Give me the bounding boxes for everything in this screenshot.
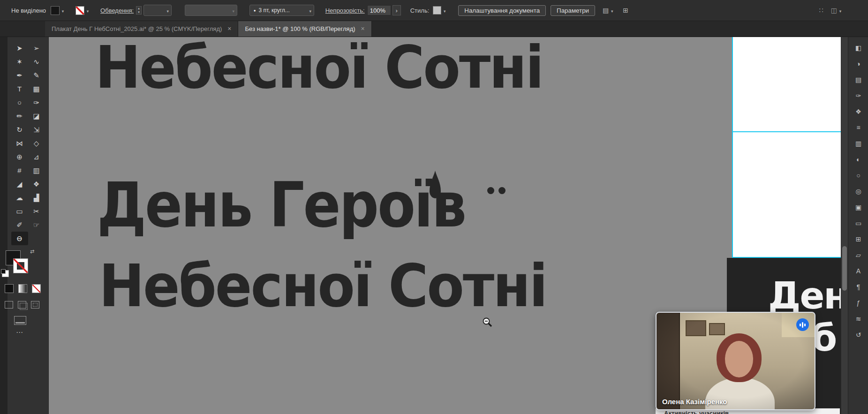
width-tool[interactable]: ⋈ [11,136,28,150]
zoom-tool[interactable]: ⊖ [11,232,28,245]
symbols-panel-icon[interactable]: ❖ [853,107,864,116]
webcam-tile[interactable]: Олена Казіміренко [656,312,815,410]
blend-tool[interactable]: ❖ [28,177,45,191]
artboard-white[interactable] [732,37,841,258]
stroke-chevron-icon[interactable] [84,7,91,14]
app-grid-icon[interactable]: ∷ [819,7,823,14]
paragraph-panel-icon[interactable]: ¶ [853,282,864,292]
capture-icon[interactable]: ⊞ [623,7,628,14]
perspective-grid-tool[interactable]: ⊿ [28,150,45,164]
document-tab[interactable]: Плакат День Г НебСотні_2025.ai* @ 25 % (… [45,21,238,37]
magic-wand-tool[interactable]: ✶ [11,55,28,68]
appearance-panel-icon[interactable]: ○ [853,171,864,180]
transparency-panel-icon[interactable]: ◐ [853,155,864,164]
tool-glyph: ⇲ [33,126,39,134]
stroke-panel-icon[interactable]: ≡ [853,123,864,132]
glyphs-panel-icon[interactable]: ≋ [853,314,864,324]
document-tab[interactable]: Без назви-1* @ 100 % (RGB/Перегляд) × [238,21,371,37]
curvature-tool[interactable]: ✎ [28,68,45,82]
hand-tool[interactable]: ☞ [28,218,45,232]
gradient-panel-icon[interactable]: ▥ [853,139,864,148]
opacity-input[interactable]: 100% [367,5,391,15]
free-transform-tool[interactable]: ◇ [28,136,45,150]
draw-inside-icon[interactable] [31,301,39,309]
none-button[interactable] [32,284,41,293]
stepper-up-icon[interactable] [136,7,141,10]
character-panel-icon[interactable]: A [853,266,864,276]
artboard-preview-text[interactable]: Ден [768,275,841,317]
mesh-tool[interactable]: # [11,164,28,177]
opacity-link[interactable]: Непрозорість: [325,7,365,14]
dot-graphic[interactable] [498,187,506,194]
dot-graphic[interactable] [487,187,494,194]
graphic-styles-panel-icon[interactable]: ◎ [853,187,864,196]
style-chevron-icon[interactable] [441,7,448,14]
color-guide-panel-icon[interactable]: ◑ [853,59,864,68]
opacity-more-button[interactable]: › [392,5,401,15]
tool-glyph: ✎ [33,71,39,80]
direct-selection-tool[interactable]: ➢ [28,41,45,55]
shaper-tool[interactable]: ✏ [11,109,28,123]
fill-chevron-icon[interactable] [60,7,66,14]
ellipse-tool[interactable]: ○ [11,96,28,109]
screen-mode-icon[interactable] [14,316,26,325]
paintbrush-tool[interactable]: ✑ [28,96,45,109]
color-button[interactable] [5,284,14,293]
audio-indicator-icon[interactable] [796,318,809,331]
symbol-sprayer-tool[interactable]: ☁ [11,191,28,204]
pathfinder-panel-icon[interactable]: ▱ [853,250,864,260]
column-graph-tool[interactable]: ▟ [28,191,45,204]
tab-close-icon[interactable]: × [227,25,231,32]
stroke-none-swatch[interactable] [13,258,28,273]
swap-fill-stroke-icon[interactable]: ⇄ [30,248,34,255]
style-swatch[interactable] [433,6,441,15]
stroke-weight-dropdown[interactable] [143,5,172,16]
layers-panel-icon[interactable]: ▣ [853,203,864,212]
workspace-icon[interactable]: ◫ [831,7,844,14]
artboards-panel-icon[interactable]: ▭ [853,218,864,228]
slice-tool[interactable]: ✂ [28,204,45,218]
lasso-tool[interactable]: ∿ [28,55,45,68]
gradient-tool[interactable]: ▥ [28,164,45,177]
scrollbar-thumb[interactable] [842,246,847,291]
history-panel-icon[interactable]: ↺ [853,330,864,339]
webcam-vignette [657,313,815,409]
stroke-weight-stepper[interactable] [136,6,142,15]
vertical-scrollbar[interactable] [841,37,848,414]
gradient-button[interactable] [18,284,27,293]
smooth-tool[interactable]: ✐ [11,218,28,232]
draw-behind-icon[interactable] [18,301,26,309]
artwork-line-middle[interactable]: День Героїв [97,169,465,241]
scale-tool[interactable]: ⇲ [28,123,45,136]
brush-definition-dropdown[interactable]: ● 3 пт, кругл... [249,5,314,16]
draw-normal-icon[interactable] [5,301,13,309]
fill-color-swatch[interactable] [51,6,60,15]
stroke-color-swatch[interactable] [75,6,84,15]
tab-close-icon[interactable]: × [361,25,365,32]
stepper-down-icon[interactable] [136,10,141,14]
selection-tool[interactable]: ➤ [11,41,28,55]
stroke-weight-link[interactable]: Обведення: [100,7,134,14]
pen-tool[interactable]: ✒ [11,68,28,82]
artwork-line-top[interactable]: Небесної Сотні [95,37,543,101]
document-setup-button[interactable]: Налаштування документа [458,5,546,16]
eyedropper-tool[interactable]: ◢ [11,177,28,191]
type-tool[interactable]: T [11,82,28,96]
flame-graphic[interactable] [426,170,444,206]
rectangular-grid-tool[interactable]: ▦ [28,82,45,96]
default-fill-stroke-icon[interactable] [2,270,9,277]
artwork-line-bottom[interactable]: Небесної Сотні [99,251,546,320]
shape-builder-tool[interactable]: ⊕ [11,150,28,164]
color-panel-icon[interactable]: ◧ [853,43,864,53]
rotate-tool[interactable]: ↻ [11,123,28,136]
variable-width-dropdown[interactable] [185,5,237,16]
chart-icon[interactable]: ▤ [603,7,615,14]
align-panel-icon[interactable]: ⊞ [853,234,864,244]
eraser-tool[interactable]: ◪ [28,109,45,123]
preferences-button[interactable]: Параметри [551,5,595,16]
brushes-panel-icon[interactable]: ✑ [853,91,864,100]
artboard-tool[interactable]: ▭ [11,204,28,218]
swatches-panel-icon[interactable]: ▤ [853,75,864,84]
more-options-icon[interactable]: ⋯ [16,328,23,337]
opentype-panel-icon[interactable]: ƒ [853,298,864,308]
